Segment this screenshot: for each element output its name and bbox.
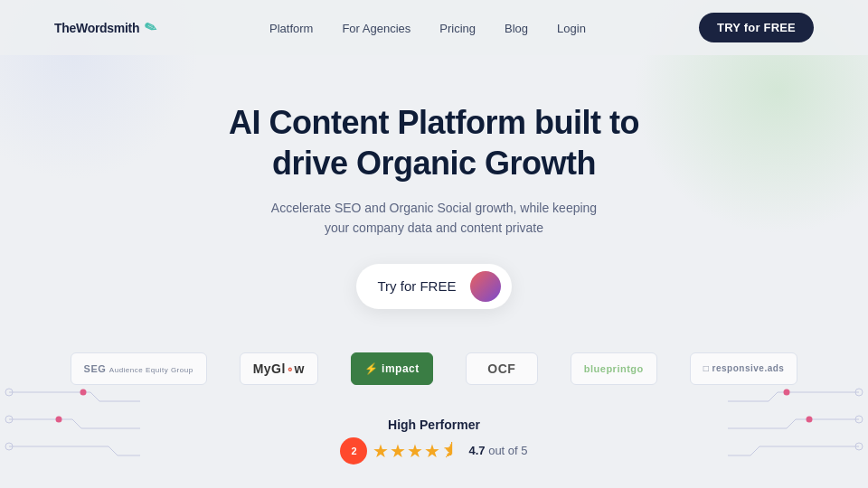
svg-line-11 xyxy=(108,446,118,455)
svg-line-1 xyxy=(90,392,99,401)
performer-block: High Performer 2 ★ ★ ★ ★ ⯨ 4.7 out of 5 xyxy=(340,418,527,465)
hero-section: AI Content Platform built to drive Organ… xyxy=(0,55,868,327)
logo-text: TheWordsmith xyxy=(54,21,139,35)
star-2: ★ xyxy=(390,440,406,462)
svg-point-18 xyxy=(784,389,790,395)
pen-icon: ✎ xyxy=(142,17,158,37)
svg-point-9 xyxy=(56,416,62,422)
g2-badge: 2 xyxy=(340,437,367,465)
star-5-half: ⯨ xyxy=(441,440,459,462)
circuit-left xyxy=(0,365,145,465)
nav-cta-button[interactable]: TRY for FREE xyxy=(699,13,814,42)
hero-title: AI Content Platform built to drive Organ… xyxy=(0,102,868,183)
performer-rating-row: 2 ★ ★ ★ ★ ⯨ 4.7 out of 5 xyxy=(340,437,527,465)
nav-item-pricing[interactable]: Pricing xyxy=(439,20,476,36)
hero-cta-label: Try for FREE xyxy=(378,278,457,294)
svg-line-25 xyxy=(750,446,760,455)
svg-point-23 xyxy=(807,416,813,422)
star-rating: ★ ★ ★ ★ ⯨ xyxy=(373,440,459,462)
svg-point-4 xyxy=(80,389,87,395)
bottom-section: High Performer 2 ★ ★ ★ ★ ⯨ 4.7 out of 5 xyxy=(0,403,868,465)
star-1: ★ xyxy=(373,440,389,462)
nav-links: Platform For Agencies Pricing Blog Login xyxy=(269,20,586,36)
star-4: ★ xyxy=(424,440,440,462)
nav-item-login[interactable]: Login xyxy=(557,20,586,36)
rating-text: 4.7 out of 5 xyxy=(468,444,527,457)
hero-subtitle: Accelerate SEO and Organic Social growth… xyxy=(262,198,606,239)
navbar: TheWordsmith ✎ Platform For Agencies Pri… xyxy=(0,0,868,55)
star-3: ★ xyxy=(407,440,423,462)
logo-blueprint: blueprintgo xyxy=(571,352,657,385)
svg-line-15 xyxy=(769,392,778,401)
logo-ocf: OCF xyxy=(466,352,538,385)
nav-item-platform[interactable]: Platform xyxy=(269,20,313,36)
logo-impact: ⚡ impact xyxy=(351,352,433,385)
svg-line-20 xyxy=(787,419,796,428)
hero-cta-icon xyxy=(470,271,501,302)
logo[interactable]: TheWordsmith ✎ xyxy=(54,19,156,36)
performer-label: High Performer xyxy=(340,418,527,432)
nav-item-blog[interactable]: Blog xyxy=(505,20,528,36)
svg-line-6 xyxy=(72,419,81,428)
hero-cta-wrapper[interactable]: Try for FREE xyxy=(356,264,513,309)
logo-myglow: MyGl⚬w xyxy=(240,352,318,385)
nav-item-agencies[interactable]: For Agencies xyxy=(342,20,410,36)
circuit-right xyxy=(723,365,868,465)
